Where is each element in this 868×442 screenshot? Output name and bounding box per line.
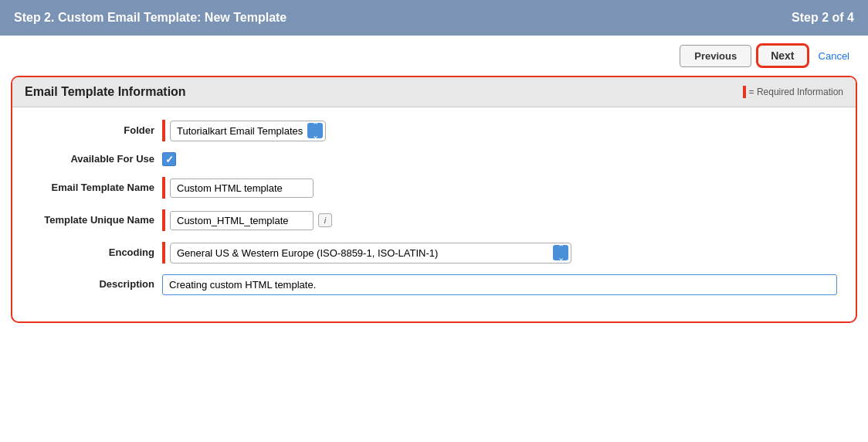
template-unique-name-required-indicator — [162, 209, 165, 231]
info-icon: i — [318, 213, 332, 227]
encoding-label: Encoding — [31, 246, 162, 260]
encoding-required-indicator — [162, 242, 165, 264]
description-row: Description — [31, 274, 837, 295]
description-field-wrapper — [162, 274, 837, 295]
email-template-name-required-indicator — [162, 177, 165, 199]
template-unique-name-row: Template Unique Name i — [31, 209, 837, 231]
description-label: Description — [31, 278, 162, 291]
next-button[interactable]: Next — [756, 43, 809, 68]
header-title: Step 2. Custom Email Template: New Templ… — [14, 11, 287, 25]
template-unique-name-label: Template Unique Name — [31, 214, 162, 227]
description-input[interactable] — [162, 274, 837, 295]
step-indicator: Step 2 of 4 — [792, 11, 854, 25]
required-info: = Required Information — [743, 86, 843, 98]
template-unique-name-field-wrapper: i — [170, 211, 837, 230]
form-card: Email Template Information = Required In… — [11, 76, 857, 323]
folder-required-indicator — [162, 120, 165, 141]
encoding-select-wrapper: General US & Western Europe (ISO-8859-1,… — [170, 243, 571, 264]
available-for-use-checkbox[interactable] — [162, 152, 176, 166]
required-text: = Required Information — [749, 87, 843, 97]
required-bar-icon — [743, 86, 746, 98]
encoding-row: Encoding General US & Western Europe (IS… — [31, 242, 837, 264]
folder-label: Folder — [31, 124, 162, 138]
encoding-select[interactable]: General US & Western Europe (ISO-8859-1,… — [170, 243, 571, 264]
toolbar: Previous Next Cancel — [0, 36, 868, 76]
page-header: Step 2. Custom Email Template: New Templ… — [0, 0, 868, 36]
email-template-name-label: Email Template Name — [31, 182, 162, 195]
available-for-use-row: Available For Use — [31, 152, 837, 166]
section-title: Email Template Information — [25, 85, 186, 99]
email-template-name-row: Email Template Name — [31, 177, 837, 199]
cancel-link[interactable]: Cancel — [814, 46, 854, 66]
folder-select[interactable]: Tutorialkart Email Templates — [170, 121, 326, 141]
template-unique-name-input[interactable] — [170, 211, 314, 230]
email-template-name-input[interactable] — [170, 178, 314, 198]
available-for-use-field-wrapper — [162, 152, 837, 166]
email-template-name-field-wrapper — [170, 178, 837, 198]
form-body: Folder Tutorialkart Email Templates ⌃⌄ A… — [12, 107, 856, 321]
available-for-use-label: Available For Use — [31, 153, 162, 166]
form-card-header: Email Template Information = Required In… — [12, 77, 856, 107]
folder-field-wrapper: Tutorialkart Email Templates ⌃⌄ — [170, 121, 837, 141]
previous-button[interactable]: Previous — [680, 45, 751, 67]
folder-select-wrapper: Tutorialkart Email Templates ⌃⌄ — [170, 121, 326, 141]
folder-row: Folder Tutorialkart Email Templates ⌃⌄ — [31, 120, 837, 141]
encoding-field-wrapper: General US & Western Europe (ISO-8859-1,… — [170, 243, 837, 264]
